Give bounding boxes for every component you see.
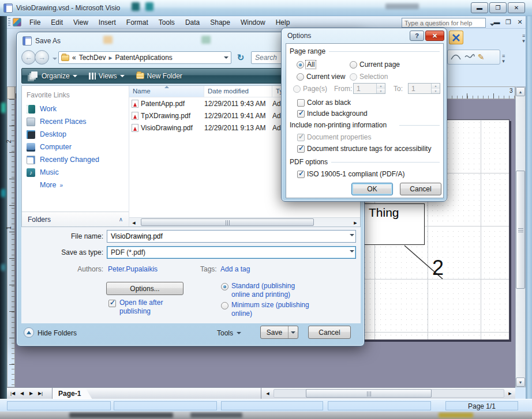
sidebar-item-computer[interactable]: Computer bbox=[22, 141, 129, 153]
minimum-size-radio[interactable] bbox=[221, 302, 228, 309]
hide-folders-icon[interactable] bbox=[24, 327, 34, 338]
previous-page-icon[interactable]: ◀ bbox=[17, 389, 27, 398]
hide-folders-label[interactable]: Hide Folders bbox=[38, 329, 77, 337]
toolbar-overflow-icon[interactable]: ≡▾ bbox=[502, 54, 505, 64]
help-question-field[interactable] bbox=[402, 18, 485, 27]
doc-restore-button[interactable]: ❐ bbox=[503, 18, 514, 26]
minimize-window-button[interactable]: ▬ bbox=[471, 2, 488, 13]
save-split-button[interactable]: Save bbox=[260, 326, 298, 339]
all-radio[interactable] bbox=[297, 61, 304, 69]
standard-radio[interactable] bbox=[221, 283, 228, 290]
canvas-vertical-scrollbar[interactable]: ▲ ▼ bbox=[515, 86, 526, 387]
save-button[interactable]: Save bbox=[261, 326, 288, 338]
document-structure-label[interactable]: Document structure tags for accessibilit… bbox=[307, 145, 431, 153]
include-background-checkbox[interactable] bbox=[297, 110, 305, 118]
refresh-icon[interactable]: ↻ bbox=[234, 51, 248, 64]
freeform-tool-icon[interactable] bbox=[464, 52, 475, 62]
iso-compliant-checkbox[interactable] bbox=[297, 171, 305, 178]
menu-window[interactable]: Window bbox=[235, 17, 271, 28]
dialog-close-icon[interactable]: ✕ bbox=[425, 31, 444, 41]
sidebar-item-desktop[interactable]: Desktop bbox=[22, 128, 129, 141]
include-background-label[interactable]: Include background bbox=[307, 110, 368, 118]
dialog-help-icon[interactable]: ? bbox=[410, 31, 424, 41]
tools-dropdown[interactable]: Tools bbox=[217, 329, 241, 337]
file-name-combo[interactable] bbox=[107, 230, 356, 243]
doc-close-button[interactable]: ✕ bbox=[515, 18, 525, 26]
back-icon[interactable]: ← bbox=[21, 50, 36, 65]
file-name-input[interactable] bbox=[107, 232, 347, 240]
column-header-name[interactable]: Name bbox=[129, 86, 204, 97]
current-page-radio[interactable] bbox=[350, 61, 357, 69]
toolbar-overflow-icon[interactable]: ≡▾ bbox=[522, 33, 525, 44]
hscroll-left-icon[interactable]: ◀ bbox=[129, 218, 138, 228]
menu-edit[interactable]: Edit bbox=[46, 17, 68, 28]
standard-radio-label[interactable]: Standard (publishing online and printing… bbox=[231, 282, 311, 299]
address-dropdown-icon[interactable] bbox=[222, 54, 228, 62]
open-after-label[interactable]: Open file after publishing bbox=[119, 299, 189, 316]
scroll-up-icon[interactable]: ▲ bbox=[516, 87, 525, 96]
current-view-radio[interactable] bbox=[297, 73, 304, 81]
tab-page-1[interactable]: Page-1 bbox=[52, 388, 92, 399]
forward-icon[interactable]: → bbox=[35, 50, 49, 65]
minimum-size-radio-label[interactable]: Minimum size (publishing online) bbox=[231, 301, 318, 318]
breadcrumb-techdev[interactable]: TechDev bbox=[79, 54, 106, 62]
scroll-down-icon[interactable]: ▼ bbox=[516, 378, 525, 387]
current-view-label[interactable]: Current view bbox=[306, 73, 345, 81]
chevron-down-icon[interactable] bbox=[347, 247, 355, 258]
breadcrumb[interactable]: « TechDev ▸ PatentApplications bbox=[58, 51, 231, 64]
sidebar-more-link[interactable]: More » bbox=[22, 179, 129, 191]
arc-tool-icon[interactable] bbox=[450, 52, 462, 62]
folders-expander[interactable]: Folders ∧ bbox=[22, 212, 129, 227]
new-folder-button[interactable]: New Folder bbox=[130, 69, 188, 83]
page-indicator[interactable]: Page 1/1 bbox=[445, 401, 518, 410]
save-dropdown-icon[interactable] bbox=[288, 326, 298, 338]
cancel-button[interactable]: Cancel bbox=[400, 183, 441, 195]
first-page-icon[interactable]: |◀ bbox=[8, 389, 17, 398]
hscroll-left-icon[interactable]: ◀ bbox=[263, 389, 272, 398]
close-window-button[interactable]: ✕ bbox=[508, 2, 525, 13]
all-radio-label[interactable]: All bbox=[306, 61, 316, 69]
breadcrumb-patentapplications[interactable]: PatentApplications bbox=[115, 54, 172, 62]
open-after-checkbox[interactable] bbox=[108, 300, 116, 307]
save-as-type-combo[interactable]: PDF (*.pdf) bbox=[107, 246, 356, 259]
organize-button[interactable]: Organize bbox=[22, 69, 83, 83]
vertical-scroll-thumb[interactable] bbox=[516, 171, 525, 289]
horizontal-scroll-thumb[interactable] bbox=[306, 389, 432, 398]
connection-point-tool-icon[interactable] bbox=[449, 31, 463, 44]
next-page-icon[interactable]: ▶ bbox=[27, 389, 36, 398]
color-as-black-checkbox[interactable] bbox=[297, 99, 305, 107]
views-button[interactable]: Views bbox=[83, 69, 130, 83]
help-question-input[interactable] bbox=[402, 18, 486, 28]
add-a-tag-link[interactable]: Add a tag bbox=[220, 265, 250, 273]
chevron-down-icon[interactable] bbox=[347, 231, 355, 242]
document-structure-checkbox[interactable] bbox=[297, 145, 305, 153]
current-page-label[interactable]: Current page bbox=[359, 61, 400, 69]
menu-tools[interactable]: Tools bbox=[153, 17, 180, 28]
sidebar-item-music[interactable]: ♪ Music bbox=[22, 166, 129, 179]
menu-file[interactable]: File bbox=[24, 17, 46, 28]
document-icon[interactable] bbox=[13, 18, 21, 27]
menu-format[interactable]: Format bbox=[121, 17, 153, 28]
maximize-window-button[interactable]: ❐ bbox=[489, 2, 507, 13]
options-button[interactable]: Options... bbox=[106, 282, 183, 295]
toolbar-grip[interactable] bbox=[8, 18, 10, 27]
history-dropdown-icon[interactable] bbox=[51, 55, 57, 63]
file-list-horizontal-scrollbar[interactable]: ◀ ▶ bbox=[129, 217, 360, 227]
column-header-date-modified[interactable]: Date modified bbox=[204, 86, 272, 97]
pencil-tool-icon[interactable]: ✎ bbox=[478, 52, 485, 62]
iso-compliant-label[interactable]: ISO 19005-1 compliant (PDF/A) bbox=[307, 170, 404, 178]
menu-help[interactable]: Help bbox=[271, 17, 295, 28]
last-page-icon[interactable]: ▶| bbox=[36, 389, 45, 398]
callout-number-2[interactable]: 2 bbox=[432, 256, 444, 280]
sidebar-item-work[interactable]: Work bbox=[22, 103, 129, 115]
menu-shape[interactable]: Shape bbox=[205, 17, 235, 28]
ok-button[interactable]: OK bbox=[351, 183, 393, 195]
sidebar-item-recently-changed[interactable]: Recently Changed bbox=[22, 153, 129, 166]
doc-minimize-button[interactable]: ▬ bbox=[492, 18, 502, 25]
authors-value-link[interactable]: Peter.Pupalaikis bbox=[108, 265, 158, 273]
hscroll-right-icon[interactable]: ▶ bbox=[351, 218, 360, 228]
horizontal-scroll-thumb[interactable] bbox=[141, 218, 314, 226]
color-as-black-label[interactable]: Color as black bbox=[307, 99, 351, 107]
menu-insert[interactable]: Insert bbox=[93, 17, 121, 28]
menu-data[interactable]: Data bbox=[180, 17, 205, 28]
